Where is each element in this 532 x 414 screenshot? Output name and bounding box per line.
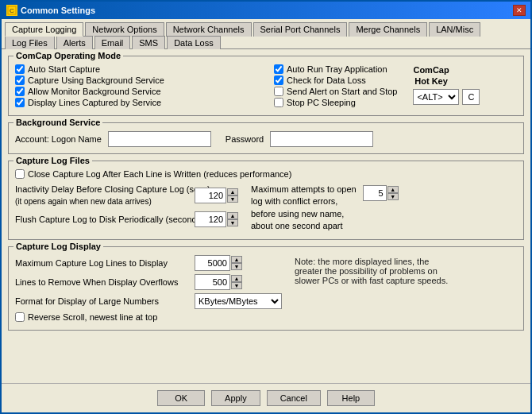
close-capture-checkbox[interactable] (15, 169, 25, 179)
format-select[interactable]: KBytes/MBytes Bytes KB/MB (195, 293, 282, 309)
background-service-group: Background Service Account: Logon Name P… (8, 122, 524, 154)
account-label: Account: Logon Name (15, 134, 102, 144)
stop-sleeping-checkbox[interactable] (274, 98, 283, 107)
checkbox-check-data-loss: Check for Data Loss (274, 75, 397, 85)
inactivity-input[interactable] (195, 188, 226, 203)
max-attempts-up-btn[interactable]: ▲ (387, 186, 399, 193)
flush-spinner: ▲ ▼ (195, 211, 238, 227)
inactivity-label: Inactivity Delay Before Closing Capture … (15, 184, 190, 208)
flush-up-btn[interactable]: ▲ (227, 212, 238, 219)
hotkey-key-input[interactable] (462, 89, 480, 105)
flush-down-btn[interactable]: ▼ (227, 219, 238, 226)
monitor-bg-checkbox[interactable] (15, 87, 25, 96)
inactivity-spinner: ▲ ▼ (195, 188, 238, 203)
ok-button[interactable]: OK (157, 390, 205, 406)
bg-service-row: Account: Logon Name Password (15, 131, 517, 147)
display-note-text: Note: the more displayed lines, the grea… (295, 257, 448, 285)
hotkey-alt-select[interactable]: <ALT> <CTRL> <SHIFT> (413, 89, 459, 105)
checkbox-auto-start: Auto Start Capture (15, 64, 258, 74)
capture-log-display-content: Maximum Capture Log Lines to Display ▲ ▼… (15, 255, 517, 323)
tab-serial-port-channels[interactable]: Serial Port Channels (253, 22, 348, 37)
tab-network-options[interactable]: Network Options (85, 22, 164, 37)
close-button[interactable]: ✕ (513, 5, 526, 16)
account-input[interactable] (108, 131, 211, 147)
flush-spinner-btns: ▲ ▼ (227, 212, 238, 226)
max-attempts-spinner: ▲ ▼ (363, 185, 399, 201)
tab-log-files[interactable]: Log Files (5, 36, 55, 49)
tabs-bar: Capture Logging Network Options Network … (2, 19, 530, 49)
stop-sleeping-label: Stop PC Sleeping (287, 98, 356, 107)
tab-lan-misc[interactable]: LAN/Misc (429, 22, 480, 37)
tab-capture-logging[interactable]: Capture Logging (5, 22, 83, 37)
password-input[interactable] (270, 131, 373, 147)
svg-text:C: C (10, 7, 14, 14)
hotkey-row: <ALT> <CTRL> <SHIFT> (413, 89, 480, 105)
password-label: Password (226, 134, 264, 144)
title-bar: C Common Settings ✕ (2, 2, 530, 19)
checkbox-background-service: Capture Using Background Service (15, 75, 258, 85)
tab-network-channels[interactable]: Network Channels (166, 22, 252, 37)
remove-lines-label: Lines to Remove When Display Overflows (15, 277, 190, 287)
bg-service-content: Account: Logon Name Password (15, 131, 517, 147)
check-data-loss-checkbox[interactable] (274, 75, 283, 85)
max-attempts-input[interactable] (363, 185, 387, 201)
inactivity-row: Inactivity Delay Before Closing Capture … (15, 184, 238, 208)
comcap-group-content: Auto Start Capture Capture Using Backgro… (15, 64, 517, 109)
background-service-checkbox[interactable] (15, 75, 25, 85)
comcap-group: ComCap Operating Mode Auto Start Capture… (8, 56, 524, 116)
display-lines-checkbox[interactable] (15, 98, 25, 107)
max-attempts-spinner-wrapper: ▲ ▼ (363, 185, 399, 201)
flush-input[interactable] (195, 211, 226, 227)
comcap-hotkey-section: ComCapHot Key <ALT> <CTRL> <SHIFT> (413, 64, 480, 109)
title-bar-left: C Common Settings (6, 5, 95, 16)
window-icon: C (6, 5, 17, 16)
help-button[interactable]: Help (327, 390, 375, 406)
apply-button[interactable]: Apply (211, 390, 260, 406)
max-lines-row: Maximum Capture Log Lines to Display ▲ ▼ (15, 255, 282, 271)
max-lines-input[interactable] (195, 255, 230, 271)
max-lines-spinner: ▲ ▼ (195, 255, 242, 271)
auto-start-checkbox[interactable] (15, 64, 25, 74)
capture-log-files-title: Capture Log Files (13, 156, 92, 165)
capture-log-display-group: Capture Log Display Maximum Capture Log … (8, 246, 524, 331)
tab-sms[interactable]: SMS (132, 36, 165, 49)
max-attempts-spinner-btns: ▲ ▼ (387, 186, 399, 200)
reverse-scroll-checkbox[interactable] (15, 312, 25, 322)
footer: OK Apply Cancel Help (2, 383, 530, 412)
inactivity-up-btn[interactable]: ▲ (227, 188, 238, 195)
checkboxes-right: Auto Run Tray Application Check for Data… (274, 64, 517, 109)
checkbox-send-alert: Send Alert on Start and Stop (274, 87, 397, 96)
window-title: Common Settings (21, 6, 95, 15)
remove-lines-input[interactable] (195, 274, 230, 290)
cancel-button[interactable]: Cancel (267, 390, 321, 406)
tab-email[interactable]: Email (94, 36, 131, 49)
flush-row: Flush Capture Log to Disk Periodically (… (15, 211, 238, 227)
tab-merge-channels[interactable]: Merge Channels (349, 22, 427, 37)
remove-lines-up-btn[interactable]: ▲ (231, 275, 242, 282)
max-lines-down-btn[interactable]: ▼ (231, 263, 242, 270)
remove-lines-row: Lines to Remove When Display Overflows ▲… (15, 274, 282, 290)
reverse-scroll-label: Reverse Scroll, newest line at top (28, 312, 157, 322)
send-alert-label: Send Alert on Start and Stop (287, 87, 397, 96)
auto-run-tray-checkbox[interactable] (274, 64, 283, 74)
max-lines-up-btn[interactable]: ▲ (231, 256, 242, 263)
checkboxes-left: Auto Start Capture Capture Using Backgro… (15, 64, 258, 109)
tab-data-loss[interactable]: Data Loss (167, 36, 221, 49)
checkbox-stop-sleeping: Stop PC Sleeping (274, 98, 397, 107)
inactivity-down-btn[interactable]: ▼ (227, 195, 238, 203)
max-attempts-down-btn[interactable]: ▼ (387, 193, 399, 200)
flush-label: Flush Capture Log to Disk Periodically (… (15, 215, 190, 224)
main-window: C Common Settings ✕ Capture Logging Netw… (0, 0, 532, 414)
max-lines-spinner-btns: ▲ ▼ (231, 256, 242, 270)
close-capture-label: Close Capture Log After Each Line is Wri… (28, 169, 291, 179)
check-data-loss-label: Check for Data Loss (287, 75, 366, 85)
tab-alerts[interactable]: Alerts (56, 36, 93, 49)
content-area: ComCap Operating Mode Auto Start Capture… (2, 49, 530, 383)
remove-lines-down-btn[interactable]: ▼ (231, 282, 242, 289)
hotkey-label: ComCapHot Key (413, 64, 449, 87)
capture-log-files-group: Capture Log Files Close Capture Log Afte… (8, 161, 524, 240)
background-service-group-title: Background Service (13, 118, 102, 127)
send-alert-checkbox[interactable] (274, 87, 283, 96)
display-content-row: Maximum Capture Log Lines to Display ▲ ▼… (15, 255, 517, 323)
monitor-bg-label: Allow Monitor Background Service (28, 87, 161, 96)
